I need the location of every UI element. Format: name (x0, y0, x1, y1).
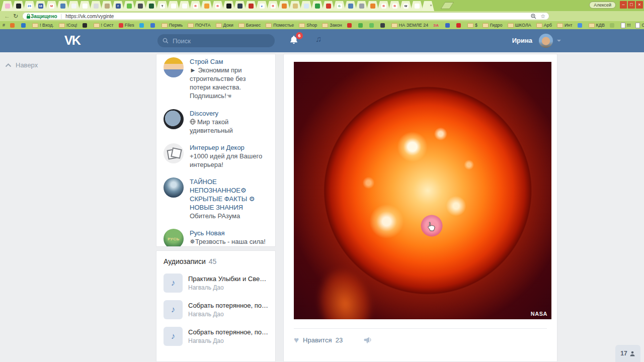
bookmark-item[interactable]: Инт (557, 23, 573, 28)
browser-tab[interactable]: e (256, 1, 268, 11)
group-item[interactable]: ТАЙНОЕ НЕПОЗНАННОЕ⚙ СКРЫТЫЕ ФАКТЫ ⚙ НОВЫ… (164, 177, 268, 220)
group-name-link[interactable]: Строй Сам (190, 57, 268, 66)
music-note-icon[interactable]: ♪ (164, 327, 183, 346)
window-minimize-button[interactable]: – (620, 1, 627, 9)
like-count[interactable]: 23 (336, 336, 343, 344)
window-close-button[interactable]: × (636, 1, 643, 9)
back-icon[interactable]: ← (4, 12, 10, 20)
bookmark-item[interactable]: КДВ (589, 23, 605, 28)
bookmark-item[interactable]: ШКОЛА (508, 23, 531, 28)
like-label[interactable]: Нравится (303, 336, 332, 344)
browser-tab[interactable] (245, 1, 257, 11)
browser-tab[interactable] (178, 1, 191, 11)
browser-tab[interactable]: Я (189, 1, 202, 11)
bookmark-item[interactable]: ЗА (433, 23, 440, 28)
group-name-link[interactable]: Discovery (190, 109, 268, 118)
browser-tab[interactable]: 18 (34, 1, 47, 11)
bookmark-item[interactable] (21, 23, 27, 28)
group-item[interactable]: РУСЬ Русь Новая ✵Трезвость - наша сила! (164, 229, 268, 247)
bookmark-item[interactable]: ! Вход. (32, 23, 54, 28)
browser-tab[interactable] (355, 1, 368, 11)
new-tab-button[interactable] (441, 2, 454, 9)
browser-tab[interactable]: М (45, 1, 58, 11)
bookmark-item[interactable]: !!! (621, 23, 631, 28)
browser-tab[interactable] (289, 1, 301, 11)
group-item[interactable]: Discovery Мир такой удивительный (164, 109, 268, 135)
music-note-icon[interactable]: ♪ (164, 274, 183, 293)
bookmark-item[interactable] (358, 23, 364, 28)
bookmark-item[interactable]: Поместье (266, 23, 294, 28)
bookmark-item[interactable]: ! Сист (94, 23, 114, 28)
bookmark-item[interactable]: Бизнес (238, 23, 261, 28)
bookmark-item[interactable] (578, 23, 584, 28)
bookmark-item[interactable]: ПОЧТА (188, 23, 210, 28)
browser-tab[interactable] (278, 1, 290, 11)
bookmark-item[interactable]: Shop (299, 23, 317, 28)
chevron-down-icon[interactable] (557, 40, 561, 42)
bookmark-item[interactable] (150, 23, 156, 28)
audio-item[interactable]: ♪ Собрать потерянное, по… Нагваль Дао (164, 300, 268, 319)
browser-tab[interactable] (67, 1, 80, 11)
bookmark-item[interactable] (380, 23, 386, 28)
group-item[interactable]: Интерьер и Декор +1000 идей для Вашего и… (164, 143, 268, 169)
browser-tab[interactable] (222, 1, 235, 11)
browser-tab[interactable] (411, 1, 423, 11)
browser-tab[interactable] (134, 1, 146, 11)
group-name-link[interactable]: ТАЙНОЕ НЕПОЗНАННОЕ⚙ СКРЫТЫЕ ФАКТЫ ⚙ НОВЫ… (190, 177, 268, 212)
browser-tab[interactable]: T (156, 1, 169, 11)
browser-tab[interactable] (311, 1, 324, 11)
browser-tab[interactable] (233, 1, 246, 11)
browser-tab[interactable] (145, 1, 157, 11)
like-heart-icon[interactable]: ♥ (294, 336, 299, 344)
browser-tab[interactable]: Я (267, 1, 279, 11)
group-avatar[interactable] (164, 57, 184, 77)
group-name-link[interactable]: Интерьер и Декор (190, 143, 268, 152)
browser-tab[interactable] (56, 1, 69, 11)
bookmark-item[interactable] (369, 23, 375, 28)
bookmark-item[interactable]: !Соц! (59, 23, 77, 28)
browser-tab[interactable]: Я (377, 1, 390, 11)
browser-tab[interactable]: Я (388, 1, 401, 11)
bookmark-item[interactable]: НА ЗЕМЛЕ 24 (391, 23, 428, 28)
bookmark-item[interactable]: Гидро (482, 23, 503, 28)
browser-tab[interactable] (200, 1, 213, 11)
browser-tab[interactable] (123, 1, 135, 11)
browser-tab[interactable]: Я (211, 1, 224, 11)
vk-logo[interactable]: VK (64, 33, 80, 48)
audio-section-title[interactable]: Аудиозаписи (164, 257, 206, 265)
bookmark-item[interactable] (347, 23, 353, 28)
tab-close-icon[interactable]: × (430, 3, 432, 8)
bookmark-item[interactable] (456, 23, 462, 28)
zoom-icon[interactable] (531, 14, 536, 19)
music-note-icon[interactable]: ♪ (164, 300, 183, 319)
search-input[interactable]: Поиск (157, 34, 275, 47)
online-friends-widget[interactable]: 17 (615, 345, 640, 362)
post-image-sun[interactable]: NASA (294, 62, 551, 319)
bookmark-item[interactable]: Арб (536, 23, 552, 28)
bookmark-item[interactable]: # (3, 23, 5, 28)
bookmark-item[interactable] (139, 23, 145, 28)
share-megaphone-icon[interactable] (364, 337, 372, 344)
bookmark-item[interactable] (83, 23, 89, 28)
browser-tab[interactable] (90, 1, 102, 11)
group-avatar[interactable] (164, 143, 184, 163)
browser-tab[interactable] (366, 1, 379, 11)
music-icon[interactable]: ♫ (315, 35, 321, 44)
browser-tab[interactable] (1, 1, 14, 11)
browser-profile-button[interactable]: Алексей (589, 2, 616, 9)
audio-item[interactable]: ♪ Собрать потерянное, по… Нагваль Дао (164, 327, 268, 346)
browser-tab[interactable] (344, 1, 357, 11)
browser-tab[interactable]: f (112, 1, 124, 11)
group-avatar[interactable]: РУСЬ (164, 229, 184, 247)
reload-icon[interactable]: ↻ (13, 12, 18, 20)
bookmark-star-icon[interactable]: ☆ (540, 14, 545, 19)
audio-item[interactable]: ♪ Практика Улыбки и Све… Нагваль Дао (164, 274, 268, 293)
browser-tab[interactable] (101, 1, 113, 11)
browser-tab[interactable]: G (333, 1, 346, 11)
group-item[interactable]: Строй Сам ► Экономим при строительстве б… (164, 57, 268, 101)
bookmark-item[interactable] (610, 23, 616, 28)
browser-tab[interactable]: W (399, 1, 412, 11)
bookmark-item[interactable]: Орехи (635, 23, 644, 28)
back-to-top-link[interactable]: Наверх (5, 61, 38, 69)
address-bar[interactable]: Защищено | https://vk.com/vyginte ☆ (22, 12, 549, 20)
